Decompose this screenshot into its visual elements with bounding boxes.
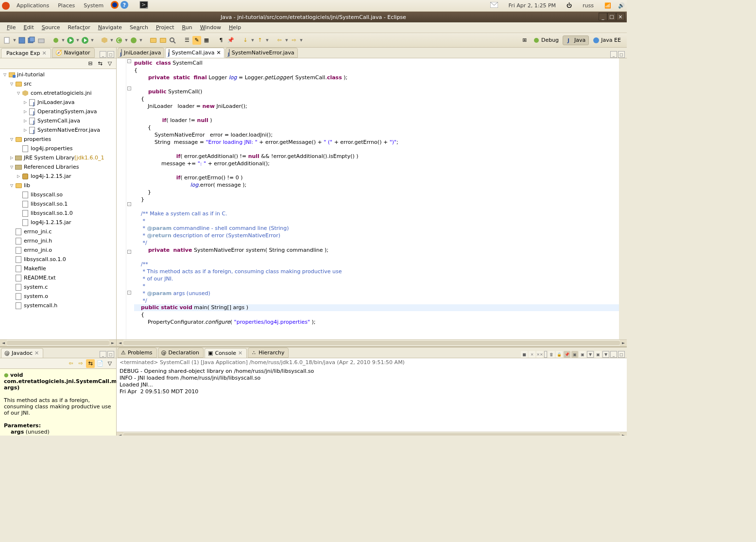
view-menu-icon[interactable]: ▽ xyxy=(105,59,114,68)
tree-item[interactable]: ▷SystemNativeError.java xyxy=(0,125,116,135)
expand-right-icon[interactable]: ▷ xyxy=(16,174,21,179)
expand-right-icon[interactable]: ▷ xyxy=(22,118,28,124)
search-icon[interactable] xyxy=(168,36,177,45)
package-explorer-tree[interactable]: ▽jni-tutorial▽src▽com.etretatlogiciels.j… xyxy=(0,69,116,339)
new-class-icon[interactable]: C xyxy=(115,36,123,45)
close-icon[interactable]: ✕ xyxy=(34,350,39,356)
tree-item[interactable]: ▷SystemCall.java xyxy=(0,116,116,125)
back-icon[interactable]: ⇦ xyxy=(275,36,284,45)
open-attached-icon[interactable]: 📄 xyxy=(96,359,104,368)
debug-icon[interactable] xyxy=(52,36,60,45)
tab-package-explorer[interactable]: Package Exp ✕ xyxy=(1,48,51,58)
expand-right-icon[interactable]: ▷ xyxy=(22,109,28,115)
link-editor-icon[interactable]: ⇆ xyxy=(96,59,104,68)
terminal-icon[interactable]: >_ xyxy=(139,0,148,11)
tree-item[interactable]: ▷JRE System Library [jdk1.6.0_1 xyxy=(0,153,116,162)
console-scrollbar-h[interactable]: ◄ ► xyxy=(117,432,627,436)
link-selection-icon[interactable]: ⇆ xyxy=(86,359,95,368)
new-package-icon[interactable] xyxy=(100,36,109,45)
show-console-icon[interactable]: ▣ xyxy=(579,351,586,358)
prev-annotation-dropdown[interactable]: ▼ xyxy=(265,36,269,45)
tree-item[interactable]: ▷JniLoader.java xyxy=(0,98,116,107)
tree-item[interactable]: systemcall.h xyxy=(0,301,116,310)
clear-console-icon[interactable]: 🗑 xyxy=(548,351,555,358)
forward-icon[interactable]: ⇨ xyxy=(290,36,298,45)
save-all-icon[interactable] xyxy=(27,36,36,45)
save-icon[interactable] xyxy=(17,36,26,45)
expand-down-icon[interactable]: ▽ xyxy=(9,137,15,142)
user-menu[interactable]: russ xyxy=(579,1,598,10)
fold-gutter[interactable]: - - - - - xyxy=(126,58,132,339)
tab-declaration[interactable]: @ Declaration xyxy=(158,348,204,358)
pin-console-icon[interactable]: 📌 xyxy=(564,351,570,358)
fold-marker-icon[interactable]: - xyxy=(127,87,131,90)
applications-menu[interactable]: Applications xyxy=(13,1,53,10)
close-icon[interactable]: ✕ xyxy=(42,50,47,56)
open-console-icon[interactable]: ▣ xyxy=(595,351,601,358)
menu-search[interactable]: Search xyxy=(126,23,152,32)
tree-item[interactable]: log4j.properties xyxy=(0,144,116,153)
tree-item[interactable]: errno_jni.o xyxy=(0,245,116,255)
block-select-icon[interactable]: ▦ xyxy=(202,36,211,45)
tree-item[interactable]: ▽src xyxy=(0,79,116,88)
menu-edit[interactable]: Edit xyxy=(19,23,37,32)
perspective-javaee[interactable]: Java EE xyxy=(590,36,624,45)
forward-dropdown[interactable]: ▼ xyxy=(299,36,303,45)
fold-marker-icon[interactable]: - xyxy=(127,59,131,63)
next-annotation-dropdown[interactable]: ▼ xyxy=(251,36,255,45)
editor-scrollbar-v[interactable] xyxy=(619,58,627,339)
run-last-dropdown[interactable]: ▼ xyxy=(90,36,94,45)
mail-icon[interactable] xyxy=(490,2,498,9)
tree-item[interactable]: system.c xyxy=(0,282,116,292)
clock[interactable]: Fri Apr 2, 1:25 PM xyxy=(505,1,560,10)
display-selected-icon[interactable]: ▣ xyxy=(571,351,578,358)
back-dropdown[interactable]: ▼ xyxy=(285,36,289,45)
menu-file[interactable]: File xyxy=(3,23,19,32)
debug-dropdown[interactable]: ▼ xyxy=(61,36,65,45)
next-annotation-icon[interactable]: ↓ xyxy=(241,36,250,45)
print-icon[interactable] xyxy=(37,36,46,45)
run-last-icon[interactable] xyxy=(81,36,89,45)
tree-item[interactable]: ▷log4j-1.2.15.jar xyxy=(0,172,116,181)
tree-item[interactable]: ▽lib xyxy=(0,181,116,190)
fold-marker-icon[interactable]: - xyxy=(127,202,131,206)
new-project-icon[interactable] xyxy=(129,36,138,45)
maximize-button[interactable]: □ xyxy=(607,13,616,20)
scroll-right-icon[interactable]: ► xyxy=(620,432,627,436)
scroll-left-icon[interactable]: ◄ xyxy=(117,432,123,436)
menu-refactor[interactable]: Refactor xyxy=(64,23,94,32)
new-project-dropdown[interactable]: ▼ xyxy=(139,36,143,45)
tab-problems[interactable]: ⚠ Problems xyxy=(118,348,157,358)
open-perspective-icon[interactable]: ⊞ xyxy=(520,36,529,45)
open-type-icon[interactable] xyxy=(149,36,157,45)
expand-right-icon[interactable]: ▷ xyxy=(22,100,28,105)
open-console-dropdown[interactable]: ▼ xyxy=(602,351,609,358)
network-icon[interactable]: 📶 xyxy=(604,2,611,9)
collapse-all-icon[interactable]: ⊟ xyxy=(86,59,95,68)
menu-help[interactable]: Help xyxy=(225,23,245,32)
maximize-view-icon[interactable]: □ xyxy=(618,351,625,358)
new-class-dropdown[interactable]: ▼ xyxy=(124,36,128,45)
tree-item[interactable]: ▽jni-tutorial xyxy=(0,70,116,79)
code-content[interactable]: public class SystemCall { private static… xyxy=(132,58,619,339)
tab-console[interactable]: ▣ Console ✕ xyxy=(205,348,247,358)
tree-item[interactable]: libsyscall.so xyxy=(0,190,116,199)
expand-down-icon[interactable]: ▽ xyxy=(9,81,15,87)
expand-down-icon[interactable]: ▽ xyxy=(2,72,8,78)
expand-down-icon[interactable]: ▽ xyxy=(9,164,15,170)
tree-item[interactable]: ▽Referenced Libraries xyxy=(0,162,116,172)
run-dropdown[interactable]: ▼ xyxy=(76,36,80,45)
scroll-right-icon[interactable]: ► xyxy=(620,340,627,346)
menu-run[interactable]: Run xyxy=(178,23,196,32)
prev-annotation-icon[interactable]: ↑ xyxy=(256,36,264,45)
menu-window[interactable]: Window xyxy=(196,23,225,32)
fold-marker-icon[interactable]: - xyxy=(127,291,131,295)
close-icon[interactable]: ✕ xyxy=(217,50,221,56)
close-icon[interactable]: ✕ xyxy=(238,350,242,356)
system-menu[interactable]: System xyxy=(80,1,107,10)
open-task-icon[interactable] xyxy=(158,36,167,45)
minimize-editor-icon[interactable]: _ xyxy=(610,51,617,58)
scroll-left-icon[interactable]: ◄ xyxy=(0,340,7,346)
power-icon[interactable]: ⏻ xyxy=(567,2,572,9)
editor-scrollbar-h[interactable]: ◄ ► xyxy=(117,339,627,346)
